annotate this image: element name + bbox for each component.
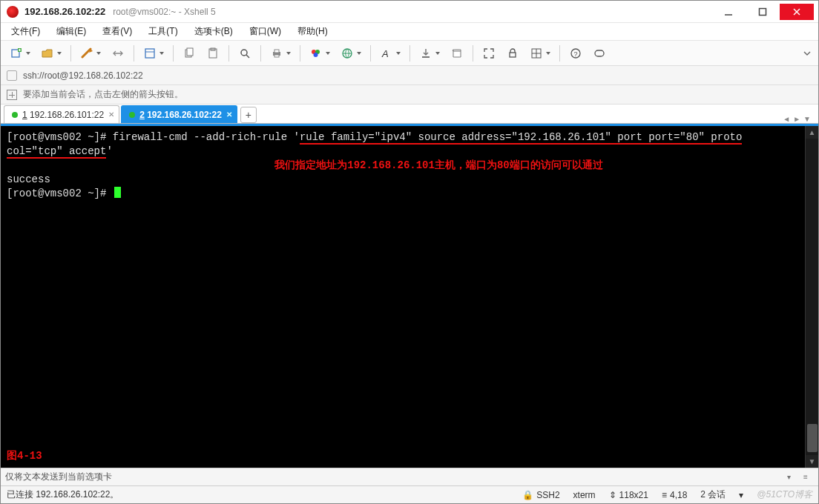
status-sessions: 2 会话 [700, 488, 726, 501]
size-icon: ⇕ [609, 490, 616, 500]
color-scheme-button[interactable] [306, 44, 333, 63]
svg-point-21 [314, 53, 318, 57]
transfer-button[interactable] [416, 44, 443, 63]
address-text[interactable]: ssh://root@192.168.26.102:22 [23, 70, 143, 81]
menu-bar: 文件(F) 编辑(E) 查看(V) 工具(T) 选项卡(B) 窗口(W) 帮助(… [1, 23, 818, 41]
svg-text:?: ? [574, 50, 578, 58]
scroll-track[interactable] [806, 139, 818, 455]
scroll-down-icon[interactable]: ▼ [809, 455, 816, 468]
hint-bar: 要添加当前会话，点击左侧的箭头按钮。 [1, 85, 818, 105]
status-caret-icon[interactable]: ▾ [739, 490, 743, 500]
lock-icon: 🔒 [522, 490, 533, 500]
properties-button[interactable] [140, 44, 167, 63]
status-termtype: xterm [573, 490, 596, 500]
toolbar-separator [300, 45, 300, 62]
terminal[interactable]: [root@vms002 ~]# firewall-cmd --add-rich… [1, 126, 805, 468]
toolbar-separator [173, 45, 174, 62]
script-button[interactable] [447, 44, 467, 63]
compose-bar: 仅将文本发送到当前选项卡 ▾ ≡ [1, 468, 818, 485]
svg-rect-8 [145, 49, 154, 58]
app-icon [7, 6, 19, 18]
new-tab-button[interactable]: + [240, 107, 257, 123]
terminal-scrollbar[interactable]: ▲ ▼ [805, 126, 818, 468]
toolbar-overflow-button[interactable] [802, 50, 812, 57]
status-bar: 已连接 192.168.26.102:22。 🔒 SSH2 xterm ⇕ 11… [1, 485, 818, 503]
help-button[interactable]: ? [566, 44, 585, 63]
menu-window[interactable]: 窗口(W) [246, 24, 284, 39]
toolbar-separator [473, 45, 473, 62]
maximize-button[interactable] [746, 4, 780, 20]
lock-button[interactable] [503, 44, 522, 63]
open-session-button[interactable] [38, 44, 65, 63]
scroll-thumb[interactable] [807, 424, 818, 452]
compose-dropdown-icon[interactable]: ▾ [787, 473, 797, 481]
tab-list-dropdown-icon[interactable]: ▼ [803, 115, 811, 123]
toolbar-separator [559, 45, 560, 62]
compose-input[interactable]: 仅将文本发送到当前选项卡 [5, 471, 781, 483]
terminal-output-success: success [7, 173, 50, 185]
terminal-cmd-rule-2: col="tcp" accept [7, 145, 106, 159]
svg-rect-24 [422, 56, 430, 58]
svg-rect-1 [760, 8, 766, 15]
svg-text:A: A [381, 48, 389, 59]
address-bar: ssh://root@192.168.26.102:22 [1, 66, 818, 85]
scroll-up-icon[interactable]: ▲ [809, 126, 816, 139]
toolbar-separator [370, 45, 371, 62]
window-subtitle: root@vms002:~ - Xshell 5 [113, 7, 216, 17]
font-button[interactable]: A [377, 44, 404, 63]
status-cursor-pos: ≡4,18 [662, 490, 687, 500]
menu-edit[interactable]: 编辑(E) [53, 24, 89, 39]
minimize-button[interactable] [711, 4, 746, 20]
tab-num: 2 [139, 110, 145, 120]
svg-rect-25 [510, 53, 516, 57]
session-tab-1[interactable]: 1 192.168.26.101:22 ✕ [4, 105, 119, 123]
add-session-icon[interactable] [7, 90, 17, 100]
svg-rect-11 [187, 48, 193, 56]
window-title: 192.168.26.102:22 [24, 6, 105, 17]
terminal-wrap: [root@vms002 ~]# firewall-cmd --add-rich… [1, 124, 818, 468]
status-size: ⇕ 118x21 [609, 490, 648, 500]
toolbar-separator [70, 45, 71, 62]
terminal-annotation: 我们指定地址为192.168.26.101主机，端口为80端口的访问可以通过 [274, 159, 602, 171]
layout-button[interactable] [527, 44, 553, 63]
disconnect-button[interactable] [108, 44, 128, 63]
find-button[interactable] [235, 44, 254, 63]
compose-scroll-icon[interactable]: ≡ [803, 473, 814, 481]
compose-button[interactable] [590, 44, 609, 63]
fullscreen-button[interactable] [479, 44, 499, 63]
menu-view[interactable]: 查看(V) [99, 24, 135, 39]
terminal-cmd-rule-1: rule family="ipv4" source address="192.1… [300, 131, 743, 145]
svg-rect-31 [595, 50, 604, 56]
menu-help[interactable]: 帮助(H) [295, 24, 331, 39]
menu-options[interactable]: 选项卡(B) [191, 24, 236, 39]
terminal-cursor [114, 187, 121, 198]
tab-scroll-right-icon[interactable]: ► [793, 115, 800, 123]
status-ssh: 🔒 SSH2 [522, 490, 559, 500]
tab-scroll-left-icon[interactable]: ◄ [783, 115, 790, 123]
svg-rect-17 [274, 50, 279, 53]
print-button[interactable] [267, 44, 294, 63]
new-session-button[interactable] [7, 44, 33, 63]
status-dot-icon [12, 112, 18, 118]
close-button[interactable] [780, 4, 814, 20]
tab-close-icon[interactable]: ✕ [226, 110, 232, 119]
encoding-button[interactable] [338, 44, 364, 63]
paste-button[interactable] [203, 44, 223, 63]
copy-button[interactable] [180, 44, 199, 63]
terminal-cmd-trailquote: ' [106, 145, 112, 157]
menu-file[interactable]: 文件(F) [8, 24, 43, 39]
hint-text: 要添加当前会话，点击左侧的箭头按钮。 [23, 88, 183, 101]
toolbar-separator [410, 45, 410, 62]
session-tab-2[interactable]: 2 192.168.26.102:22 ✕ [121, 105, 237, 123]
menu-tools[interactable]: 工具(T) [145, 24, 180, 39]
reconnect-button[interactable] [77, 44, 104, 63]
terminal-prompt-2: [root@vms002 ~]# [7, 188, 113, 199]
tab-close-icon[interactable]: ✕ [108, 110, 114, 119]
toolbar-separator [134, 45, 134, 62]
tab-label: 192.168.26.102:22 [147, 110, 222, 120]
watermark: @51CTO博客 [757, 488, 812, 501]
toolbar-separator [260, 45, 261, 62]
terminal-prompt: [root@vms002 ~]# [7, 131, 113, 143]
svg-rect-13 [211, 48, 215, 50]
figure-caption: 图4-13 [7, 449, 42, 463]
